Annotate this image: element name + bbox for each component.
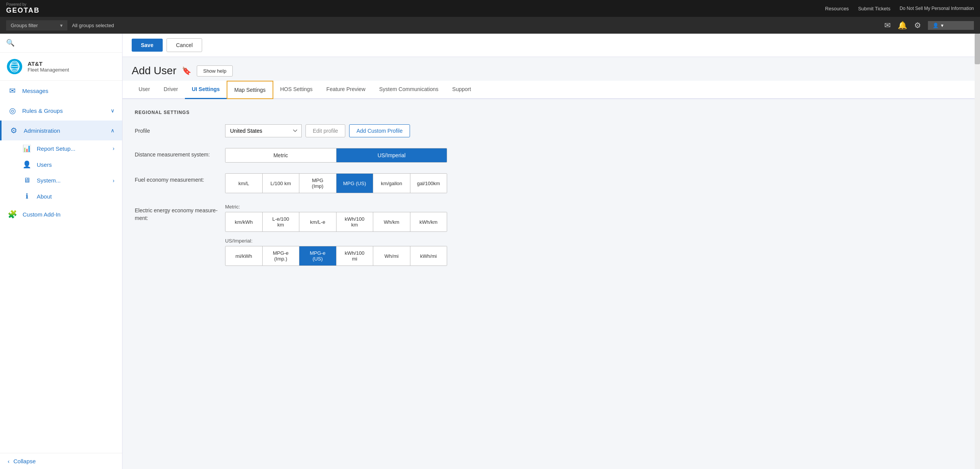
distance-row: Distance measurement system: Metric US/I… [135,148,962,163]
profile-row: Profile United States Canada Europe Cust… [135,124,962,137]
distance-metric-button[interactable]: Metric [225,148,336,162]
sidebar-item-rules-groups[interactable]: ◎ Rules & Groups ∨ [0,101,122,121]
elec-kwh100km-button[interactable]: kWh/100 km [336,212,373,231]
elec-whkm-button[interactable]: Wh/km [373,212,410,231]
tab-hos-settings[interactable]: HOS Settings [273,81,320,99]
sidebar-collapse-button[interactable]: ‹ Collapse [0,453,122,469]
fuel-gal100km-button[interactable]: gal/100km [410,174,447,193]
sidebar-search[interactable] [0,34,122,53]
groups-filter-label: Groups filter [11,23,38,28]
scrollbar-thumb[interactable] [975,34,980,64]
sidebar-item-users[interactable]: 👤 Users [22,156,122,173]
groups-filter-bar: Groups filter ▾ All groups selected ✉ 🔔 … [0,17,980,34]
administration-subnav: 📊 Report Setup... › 👤 Users 🖥 System... … [0,140,122,204]
electric-controls: Metric: km/kWh L-e/100 km km/L-e kWh/100… [225,204,962,266]
user-menu-button[interactable]: 👤 ▾ [928,21,974,30]
fuel-l100km-button[interactable]: L/100 km [262,174,299,193]
fuel-controls: km/L L/100 km MPG (Imp) MPG (US) km/gall… [225,173,962,193]
fuel-mpg-imp-button[interactable]: MPG (Imp) [299,174,336,193]
elec-kwhmi-button[interactable]: kWh/mi [410,246,447,265]
fuel-row: Fuel economy measurement: km/L L/100 km … [135,173,962,193]
fuel-kml-button[interactable]: km/L [225,174,262,193]
administration-icon: ⚙ [9,126,18,135]
sidebar-item-about[interactable]: ℹ About [22,188,122,204]
report-setup-icon: 📊 [22,144,31,153]
elec-kwh100mi-button[interactable]: kWh/100 mi [336,246,373,265]
users-icon: 👤 [22,160,31,169]
elec-le100km-button[interactable]: L-e/100 km [262,212,299,231]
settings-content: REGIONAL SETTINGS Profile United States … [122,99,975,287]
tab-user[interactable]: User [132,81,157,99]
search-input[interactable] [6,39,116,47]
regional-settings-title: REGIONAL SETTINGS [135,110,962,115]
groups-filter-chevron: ▾ [60,23,63,28]
bell-icon-button[interactable]: 🔔 [898,21,907,30]
gear-icon-button[interactable]: ⚙ [914,21,921,30]
administration-expand-icon: ∧ [111,127,114,134]
distance-toggle-group: Metric US/Imperial [225,148,447,163]
distance-label: Distance measurement system: [135,148,219,159]
add-custom-profile-button[interactable]: Add Custom Profile [349,124,410,137]
scrollbar-track[interactable] [975,34,980,469]
electric-label: Electric energy economy measure-ment: [135,204,219,222]
fuel-label: Fuel economy measurement: [135,173,219,184]
brand-logo-icon [6,58,23,75]
about-icon: ℹ [22,192,31,200]
report-setup-expand-icon: › [113,145,114,151]
resources-link[interactable]: Resources [825,6,849,11]
electric-us-group: mi/kWh MPG-e (Imp.) MPG-e (US) kWh/100 m… [225,246,447,266]
submit-tickets-link[interactable]: Submit Tickets [858,6,890,11]
edit-profile-button[interactable]: Edit profile [305,124,345,137]
elec-whmi-button[interactable]: Wh/mi [373,246,410,265]
all-groups-text: All groups selected [72,23,114,28]
elec-kmle-button[interactable]: km/L-e [299,212,336,231]
user-menu-chevron: ▾ [941,23,944,28]
elec-mpge-us-button[interactable]: MPG-e (US) [299,246,336,265]
fuel-mpg-us-button[interactable]: MPG (US) [336,174,373,193]
tab-system-communications[interactable]: System Communications [372,81,446,99]
profile-controls: United States Canada Europe Custom Edit … [225,124,962,137]
distance-controls: Metric US/Imperial [225,148,962,163]
groups-filter-button[interactable]: Groups filter ▾ [6,20,67,31]
collapse-icon: ‹ [8,458,10,464]
profile-select[interactable]: United States Canada Europe Custom [225,124,302,137]
sidebar-item-report-setup[interactable]: 📊 Report Setup... › [22,140,122,156]
fuel-km-gallon-button[interactable]: km/gallon [373,174,410,193]
mail-icon-button[interactable]: ✉ [884,21,891,30]
sidebar-item-messages[interactable]: ✉ Messages [0,81,122,101]
toolbar: Save Cancel [122,34,975,57]
system-icon: 🖥 [22,176,31,184]
tab-driver[interactable]: Driver [157,81,185,99]
messages-icon: ✉ [8,86,17,95]
app-body: AT&T Fleet Management ✉ Messages ◎ Rules… [0,34,980,469]
tab-feature-preview[interactable]: Feature Preview [320,81,372,99]
tab-map-settings[interactable]: Map Settings [227,81,273,99]
powered-by-text: Powered by GEOTAB [6,2,40,15]
custom-addon-icon: 🧩 [8,210,17,219]
tabs-bar: User Driver UI Settings Map Settings HOS… [122,81,975,99]
sidebar-item-custom-addon[interactable]: 🧩 Custom Add-In [0,204,122,224]
distance-us-imperial-button[interactable]: US/Imperial [336,148,447,162]
sidebar-brand: AT&T Fleet Management [0,53,122,81]
save-button[interactable]: Save [132,39,163,52]
elec-km-kwh-button[interactable]: km/kWh [225,212,262,231]
system-expand-icon: › [113,178,114,184]
brand-text: AT&T Fleet Management [28,60,69,73]
electric-row: Electric energy economy measure-ment: Me… [135,204,962,266]
us-label: US/Imperial: [225,238,962,244]
elec-kwhkm-button[interactable]: kWh/km [410,212,447,231]
user-icon: 👤 [933,23,939,28]
tab-support[interactable]: Support [445,81,478,99]
top-nav-right: Resources Submit Tickets Do Not Sell My … [825,6,974,11]
do-not-sell-link[interactable]: Do Not Sell My Personal Information [900,6,974,11]
show-help-button[interactable]: Show help [197,65,233,77]
sidebar-item-system[interactable]: 🖥 System... › [22,173,122,188]
sidebar-item-administration[interactable]: ⚙ Administration ∧ [0,121,122,140]
elec-mpge-imp-button[interactable]: MPG-e (Imp.) [262,246,299,265]
fuel-toggle-group: km/L L/100 km MPG (Imp) MPG (US) km/gall… [225,173,447,193]
tab-ui-settings[interactable]: UI Settings [185,81,227,99]
elec-mikwh-button[interactable]: mi/kWh [225,246,262,265]
page-header: Add User 🔖 Show help [122,57,975,81]
profile-label: Profile [135,124,219,135]
cancel-button[interactable]: Cancel [167,38,203,52]
